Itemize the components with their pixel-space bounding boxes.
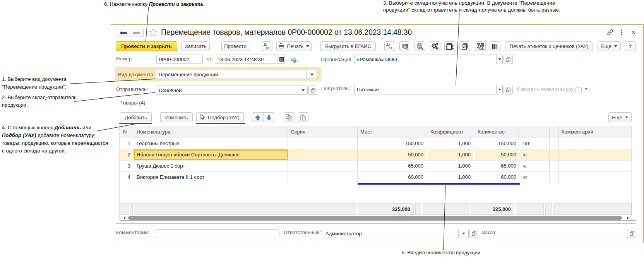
svg-text:Кт: Кт xyxy=(266,46,269,50)
svg-text:Кт: Кт xyxy=(389,46,392,50)
